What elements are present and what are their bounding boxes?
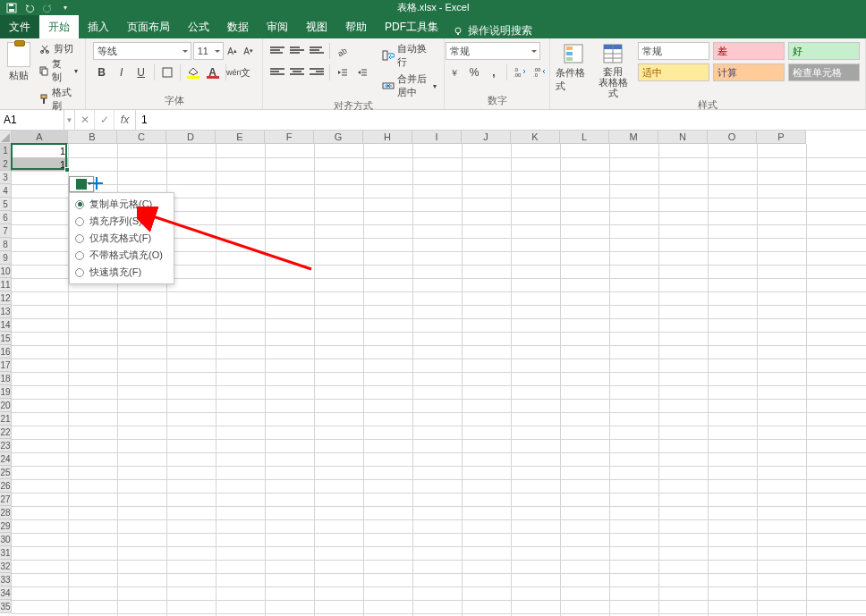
formula-input[interactable] [136,110,866,130]
row-header[interactable]: 14 [0,318,12,332]
accounting-format-button[interactable]: ￥ [446,63,463,81]
align-right-button[interactable] [308,63,326,81]
format-painter-button[interactable]: 格式刷 [37,86,81,113]
row-header[interactable]: 21 [0,412,12,426]
row-header[interactable]: 30 [0,533,12,546]
merge-center-button[interactable]: 合并后居中▾ [380,72,438,99]
name-box-dropdown[interactable]: ▼ [64,110,75,130]
column-header[interactable]: L [560,131,609,144]
style-calc[interactable]: 计算 [713,63,785,81]
row-header[interactable]: 33 [0,573,12,586]
align-center-button[interactable] [288,63,306,81]
tab-data[interactable]: 数据 [218,15,258,38]
spreadsheet-grid[interactable]: ABCDEFGHIJKLMNOP 12345678910111213141516… [0,131,866,616]
autofill-fill-format-only[interactable]: 仅填充格式(F) [70,230,174,247]
row-header[interactable]: 31 [0,546,12,560]
name-box[interactable] [0,110,64,130]
style-bad[interactable]: 差 [713,42,785,60]
increase-indent-button[interactable] [353,63,371,81]
column-header[interactable]: B [68,131,117,144]
redo-icon[interactable] [41,2,54,14]
column-header[interactable]: P [757,131,806,144]
tab-formulas[interactable]: 公式 [179,15,218,38]
autofill-fill-without-format[interactable]: 不带格式填充(O) [70,247,174,264]
select-all-corner[interactable] [0,131,12,144]
enter-formula-button[interactable]: ✓ [95,110,115,130]
fill-color-button[interactable] [184,63,202,81]
increase-font-button[interactable]: A▴ [225,42,240,60]
cancel-formula-button[interactable]: ✕ [75,110,95,130]
row-header[interactable]: 24 [0,452,12,466]
decrease-font-button[interactable]: A▾ [242,42,256,60]
row-header[interactable]: 5 [0,198,12,211]
cell-styles-gallery[interactable]: 常规 差 好 适中 计算 检查单元格 [638,42,860,81]
increase-decimal-button[interactable]: .0.00 [511,63,529,81]
column-header[interactable]: O [708,131,757,144]
fill-handle[interactable] [64,167,70,173]
font-color-button[interactable]: A [204,63,222,81]
row-header[interactable]: 18 [0,372,12,385]
row-header[interactable]: 23 [0,439,12,452]
column-header[interactable]: E [216,131,265,144]
row-header[interactable]: 28 [0,506,12,519]
underline-button[interactable]: U [132,63,150,81]
cell-A1[interactable]: 1 [12,144,68,157]
column-header[interactable]: J [462,131,511,144]
qat-customize-icon[interactable]: ▾ [59,2,72,14]
row-header[interactable]: 20 [0,399,12,412]
tab-home[interactable]: 开始 [39,15,79,38]
style-good[interactable]: 好 [788,42,860,60]
row-header[interactable]: 27 [0,493,12,506]
style-neutral[interactable]: 适中 [638,63,709,81]
tell-me-search[interactable]: 操作说明搜索 [453,23,532,38]
row-header[interactable]: 8 [0,238,12,251]
font-size-dropdown[interactable]: 11 [193,42,224,60]
row-header[interactable]: 15 [0,332,12,345]
column-header[interactable]: K [511,131,560,144]
tab-help[interactable]: 帮助 [336,15,376,38]
row-header[interactable]: 10 [0,265,12,278]
row-header[interactable]: 16 [0,345,12,359]
phonetic-button[interactable]: wén文 [230,63,248,81]
row-header[interactable]: 9 [0,251,12,265]
copy-button[interactable]: 复制▾ [37,57,81,84]
conditional-format-button[interactable]: 条件格式 [556,42,591,93]
row-header[interactable]: 4 [0,184,12,198]
tab-insert[interactable]: 插入 [79,15,118,38]
cut-button[interactable]: 剪切 [37,42,81,55]
column-header[interactable]: C [117,131,166,144]
column-header[interactable]: H [363,131,412,144]
row-header[interactable]: 17 [0,359,12,372]
column-header[interactable]: D [166,131,216,144]
fx-icon[interactable]: fx [115,110,136,130]
style-check[interactable]: 检查单元格 [788,63,860,81]
orientation-button[interactable]: ab [334,42,352,60]
row-header[interactable]: 25 [0,466,12,479]
row-header[interactable]: 6 [0,211,12,224]
cells-area[interactable]: 1 1 复制单元格(C) 填充序列(S) 仅填充格式(F) [12,144,866,616]
autofill-copy-cells[interactable]: 复制单元格(C) [70,196,174,213]
tab-file[interactable]: 文件 [0,15,39,38]
bold-button[interactable]: B [93,63,111,81]
wrap-text-button[interactable]: 自动换行 [380,42,438,69]
cell-A2[interactable]: 1 [12,157,68,171]
tab-review[interactable]: 审阅 [258,15,297,38]
align-top-button[interactable] [268,42,286,60]
autofill-fill-series[interactable]: 填充序列(S) [70,213,174,230]
column-header[interactable]: I [412,131,462,144]
row-header[interactable]: 13 [0,305,12,318]
comma-button[interactable]: , [485,63,503,81]
style-normal[interactable]: 常规 [638,42,709,60]
column-header[interactable]: A [12,131,68,144]
align-left-button[interactable] [268,63,286,81]
percent-button[interactable]: % [465,63,483,81]
format-as-table-button[interactable]: 套用 表格格式 [595,42,631,98]
row-header[interactable]: 3 [0,171,12,184]
row-header[interactable]: 29 [0,519,12,533]
column-header[interactable]: F [265,131,314,144]
autofill-flash-fill[interactable]: 快速填充(F) [70,264,174,281]
column-header[interactable]: G [314,131,363,144]
align-middle-button[interactable] [288,42,306,60]
row-header[interactable]: 7 [0,224,12,238]
number-format-dropdown[interactable]: 常规 [446,42,540,60]
